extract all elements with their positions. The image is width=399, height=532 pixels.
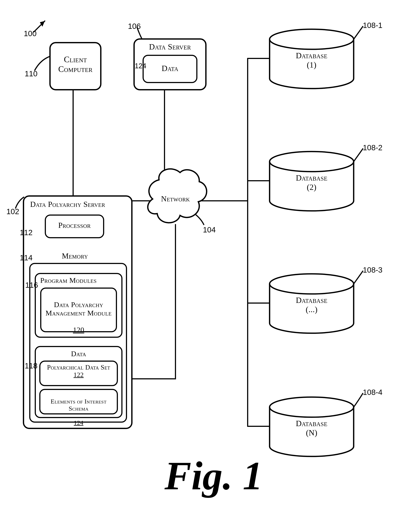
- data-section-ref: 118: [25, 361, 38, 370]
- svg-point-12: [270, 29, 354, 49]
- svg-point-13: [270, 152, 354, 172]
- memory-ref: 114: [20, 253, 33, 262]
- polyarchy-server-label: Data Polyarchy Server: [26, 200, 132, 209]
- database-3-label: Database (...): [270, 296, 354, 314]
- data-server-label: Data Server: [133, 42, 207, 52]
- database-4-label: Database (N): [270, 419, 354, 437]
- processor-label: Processor: [45, 221, 104, 230]
- client-computer-label: Client Computer: [49, 55, 101, 74]
- data-server-data-label: Data: [143, 64, 197, 73]
- memory-label: Memory: [46, 252, 104, 260]
- network-ref: 104: [203, 225, 216, 234]
- eoi-schema-label: Elements of Interest Schema 124: [39, 391, 118, 426]
- database-1-ref: 108-1: [363, 21, 382, 30]
- database-3-ref: 108-3: [363, 266, 382, 274]
- polyarchical-data-set-label: Polyarchical Data Set 122: [39, 364, 118, 379]
- data-server-ref: 106: [128, 22, 141, 31]
- program-modules-ref: 116: [25, 281, 38, 290]
- database-2-label: Database (2): [270, 173, 354, 192]
- management-module-label: Data Polyarchy Management Module 120: [40, 292, 117, 334]
- database-2-ref: 108-2: [363, 143, 382, 152]
- processor-ref: 112: [20, 228, 33, 237]
- client-computer-ref: 110: [25, 69, 38, 78]
- svg-point-14: [270, 274, 354, 294]
- database-4-ref: 108-4: [363, 388, 382, 397]
- figure-ref-100: 100: [24, 29, 37, 38]
- network-label: Network: [150, 194, 201, 203]
- svg-point-15: [270, 397, 354, 417]
- svg-marker-1: [40, 21, 45, 27]
- data-section-label: Data: [35, 350, 123, 358]
- figure-caption: Fig. 1: [164, 453, 263, 499]
- polyarchy-server-ref: 102: [7, 207, 19, 216]
- database-1-label: Database (1): [270, 51, 354, 70]
- program-modules-label: Program Modules: [38, 276, 121, 285]
